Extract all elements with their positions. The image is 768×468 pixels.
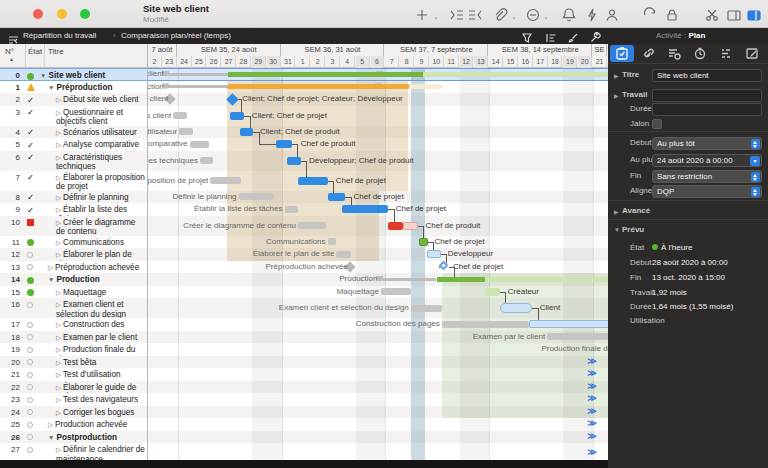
cut-icon[interactable]: [704, 7, 720, 23]
actual-bar[interactable]: [427, 250, 441, 258]
baseline-bar[interactable]: [200, 157, 213, 164]
section-prevu[interactable]: Prévu: [622, 225, 644, 234]
actual-bar[interactable]: [529, 320, 608, 328]
table-row[interactable]: 17▷Construction des pages: [0, 318, 147, 331]
table-row[interactable]: 16▷Examen client et sélection du design: [0, 298, 147, 318]
collapse-arrow-icon[interactable]: ▼: [48, 84, 54, 91]
expand-arrow-icon[interactable]: ▷: [56, 251, 61, 258]
actual-bar[interactable]: [230, 112, 245, 120]
breadcrumb-subview[interactable]: Comparaison plan/réel (temps): [121, 31, 231, 40]
expand-arrow-icon[interactable]: ▷: [56, 194, 61, 201]
actual-bar[interactable]: [500, 303, 533, 313]
fin-select[interactable]: Sans restriction: [652, 170, 762, 183]
expand-arrow-icon[interactable]: ▷: [56, 154, 61, 161]
table-row[interactable]: 9✓▷Établir la liste des tâches: [0, 203, 147, 216]
disclosure-icon[interactable]: ▼: [614, 227, 620, 233]
breadcrumb-view[interactable]: Répartition du travail: [23, 31, 96, 40]
baseline-bar[interactable]: [179, 128, 192, 135]
baseline-bar[interactable]: [328, 238, 337, 245]
actual-summary-remaining[interactable]: [485, 277, 608, 282]
expand-arrow-icon[interactable]: ▷: [56, 384, 61, 391]
alignement-select[interactable]: DQP: [652, 185, 762, 198]
actual-bar[interactable]: [328, 193, 346, 201]
expand-arrow-icon[interactable]: ▷: [56, 446, 61, 453]
baseline-bar[interactable]: [336, 251, 351, 258]
debut-select[interactable]: Au plus tôt: [652, 137, 762, 150]
status-icon[interactable]: [525, 7, 541, 23]
table-row[interactable]: 0▼Site web client: [0, 68, 147, 81]
expand-arrow-icon[interactable]: ▷: [56, 96, 61, 103]
attach-icon[interactable]: [492, 7, 508, 23]
minimize-button[interactable]: [57, 9, 67, 19]
add-icon[interactable]: [414, 7, 430, 23]
baseline-bar[interactable]: [298, 222, 326, 229]
tab-settings-icon[interactable]: [714, 45, 738, 62]
table-row[interactable]: 11▷Communications: [0, 236, 147, 249]
table-row[interactable]: 13▷Préproduction achevée: [0, 261, 147, 274]
disclosure-icon[interactable]: ▶: [614, 208, 619, 215]
expand-arrow-icon[interactable]: ▷: [56, 239, 61, 246]
close-button[interactable]: [33, 9, 43, 19]
expand-arrow-icon[interactable]: ▷: [56, 409, 61, 416]
expand-arrow-icon[interactable]: ▷: [56, 129, 61, 136]
table-row[interactable]: 18▷Examen par le client: [0, 331, 147, 344]
table-row[interactable]: 21▷Test d'utilisation: [0, 368, 147, 381]
actual-summary-bar[interactable]: [228, 84, 409, 89]
offscreen-task-icon[interactable]: ≫: [587, 418, 596, 428]
table-row[interactable]: 6✓▷Caractéristiques techniques: [0, 151, 147, 171]
disclosure-icon[interactable]: ▶: [614, 72, 619, 79]
offscreen-task-icon[interactable]: ≫: [587, 381, 596, 391]
date-dropdown-icon[interactable]: ▾: [750, 156, 760, 166]
tab-time-icon[interactable]: [688, 45, 712, 62]
baseline-bar[interactable]: [173, 112, 186, 119]
tab-edit-pencil-icon[interactable]: [740, 45, 764, 62]
expand-arrow-icon[interactable]: ▷: [56, 219, 61, 226]
expand-arrow-icon[interactable]: ▷: [56, 109, 61, 116]
baseline-bar[interactable]: [381, 288, 411, 295]
expand-arrow-icon[interactable]: ▷: [56, 301, 61, 308]
table-row[interactable]: 26▼Postproduction: [0, 431, 147, 444]
sync-icon[interactable]: [642, 7, 658, 23]
indent-icon[interactable]: [449, 7, 465, 23]
status-chevron-icon[interactable]: ⌄: [543, 13, 549, 21]
stepper-icon[interactable]: [751, 139, 760, 149]
table-row[interactable]: 22▷Élaborer le guide de style: [0, 381, 147, 394]
baseline-bar[interactable]: [442, 321, 530, 328]
disclosure-icon[interactable]: ▶: [614, 92, 619, 99]
table-row[interactable]: 10▷Créer le diagramme de contenu: [0, 216, 147, 236]
actual-bar[interactable]: [240, 128, 253, 136]
attach-chevron-icon[interactable]: ⌄: [511, 13, 517, 21]
format-icon[interactable]: [545, 30, 557, 42]
activity-selector[interactable]: Activité : Plan: [656, 31, 705, 40]
actual-summary-bar[interactable]: [437, 277, 484, 282]
expand-arrow-icon[interactable]: ▷: [56, 141, 61, 148]
outdent-icon[interactable]: [467, 7, 483, 23]
table-row[interactable]: 8✓▷Définir le planning: [0, 191, 147, 204]
baseline-bar[interactable]: [210, 177, 241, 184]
actual-summary-remaining[interactable]: [409, 84, 445, 89]
filter-icon[interactable]: [521, 30, 533, 42]
gantt-timeline-header[interactable]: 7 aoûtSEM 35, 24 aoûtSEM 36, 31 aoûtSEM …: [148, 44, 608, 68]
table-row[interactable]: 19▷Production finale du site: [0, 343, 147, 356]
actual-bar[interactable]: [388, 222, 403, 230]
table-row[interactable]: 5✓▷Analyse comparative: [0, 138, 147, 151]
actual-summary-bar[interactable]: [228, 72, 422, 77]
table-row[interactable]: 24▷Corriger les bogues: [0, 406, 147, 419]
collapse-arrow-icon[interactable]: ▼: [48, 434, 54, 441]
baseline-bar[interactable]: [411, 305, 442, 312]
baseline-bar[interactable]: [190, 141, 209, 148]
expand-arrow-icon[interactable]: ▷: [56, 346, 61, 353]
add-chevron-icon[interactable]: ⌄: [433, 13, 439, 21]
expand-arrow-icon[interactable]: ▷: [56, 396, 61, 403]
zoom-button[interactable]: [80, 9, 90, 19]
collapse-arrow-icon[interactable]: ▼: [40, 72, 46, 79]
baseline-bar[interactable]: [547, 333, 608, 340]
actual-bar-remaining[interactable]: [485, 288, 500, 296]
table-row[interactable]: 15▷Maquettage: [0, 286, 147, 299]
stepper-icon[interactable]: [751, 187, 760, 197]
expand-arrow-icon[interactable]: ▷: [56, 334, 61, 341]
tab-plan-clipboard-icon[interactable]: [610, 45, 634, 62]
table-row[interactable]: 1▼Préproduction: [0, 81, 147, 94]
actual-bar[interactable]: [298, 177, 328, 185]
baseline-bar[interactable]: [285, 206, 298, 213]
